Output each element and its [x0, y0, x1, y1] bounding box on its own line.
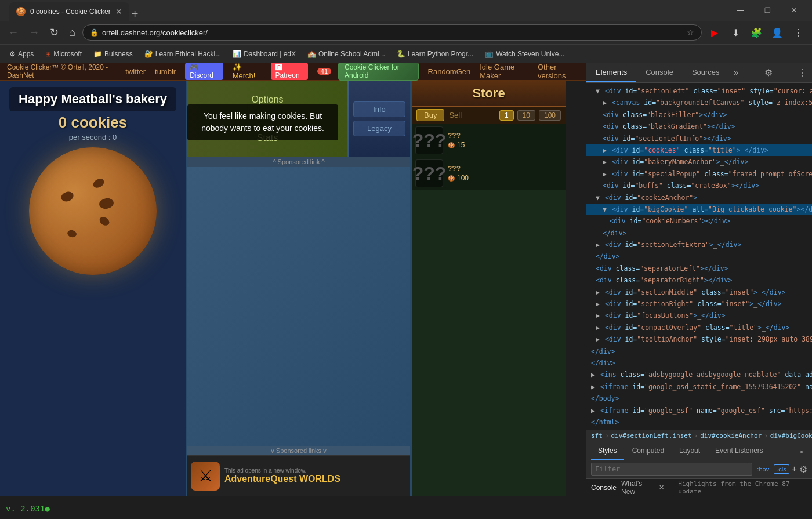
address-bar-icons: ☆ [687, 28, 694, 37]
expand-arrow-28[interactable] [591, 407, 595, 415]
styles-tab[interactable]: Styles [591, 442, 624, 460]
middle-panel: Options Stats You feel like making cooki… [186, 81, 412, 496]
profile-icon[interactable]: 👤 [768, 23, 786, 42]
tab-close-btn[interactable]: ✕ [115, 7, 122, 16]
add-style-icon[interactable]: + [792, 464, 797, 474]
expand-arrow-14[interactable] [596, 241, 600, 249]
version-text: v. 2.031 [6, 504, 45, 513]
idle-game-maker-link[interactable]: Idle Game Maker [480, 63, 528, 80]
address-bar[interactable]: 🔒 orteil.dashnet.org/cookieclicker/ ☆ [82, 24, 702, 41]
expand-arrow-26[interactable] [591, 383, 595, 391]
filter-input[interactable] [591, 463, 752, 476]
expand-arrow-7[interactable] [603, 158, 607, 166]
android-link[interactable]: Cookie Clicker for Android [338, 63, 419, 81]
event-listeners-tab[interactable]: Event Listeners [708, 442, 770, 460]
ad-banner[interactable]: ⚔ This ad opens in a new window. Adventu… [187, 455, 410, 496]
big-cookie-container[interactable] [29, 147, 157, 275]
breadcrumb-sep-2: › [694, 432, 698, 440]
bookmark-python[interactable]: 🐍 Learn Python Progr... [392, 49, 478, 59]
randomgen-link[interactable]: RandomGen [428, 67, 471, 76]
code-line-28: <iframe id="google_esf" name="google_esf… [586, 405, 812, 416]
devtools-console-tab[interactable]: Console [636, 63, 683, 82]
tumblr-link[interactable]: tumblr [155, 67, 176, 76]
download-icon[interactable]: ⬇ [726, 23, 745, 42]
console-tab-btn[interactable]: Console [591, 484, 617, 492]
menu-dots-icon[interactable]: ⋮ [789, 23, 807, 42]
left-panel: Happy Meatball's bakery 0 cookies per se… [0, 81, 186, 496]
devtools-three-dots[interactable]: ⋮ [793, 67, 812, 78]
minimize-button[interactable]: — [727, 0, 754, 21]
youtube-icon[interactable]: ▶ [705, 23, 724, 42]
home-button[interactable]: ⌂ [66, 24, 79, 41]
bottom-tab-icons: » [796, 446, 807, 457]
devtools-sources-tab[interactable]: Sources [683, 63, 729, 82]
store-item-1[interactable]: ??? ??? 🍪 15 [412, 124, 566, 157]
code-line-11-highlighted[interactable]: <div id="bigCookie" alt="Big clickable c… [586, 204, 812, 215]
expand-arrow-1[interactable] [596, 87, 600, 95]
breadcrumb-cookie-anchor[interactable]: div#cookieAnchor [700, 432, 762, 440]
whats-new-tab-btn[interactable]: What's New [621, 480, 654, 496]
close-button[interactable]: ✕ [781, 0, 807, 21]
store-buy-button[interactable]: Buy [416, 109, 444, 121]
style-settings-icon[interactable]: ⚙ [799, 464, 807, 475]
new-tab-button[interactable]: + [132, 8, 139, 21]
forward-button[interactable]: → [26, 24, 43, 41]
expand-arrow-18[interactable] [596, 288, 600, 296]
bookmark-apps[interactable]: ⚙ Apps [5, 49, 38, 59]
amount-10-button[interactable]: 10 [517, 110, 535, 121]
reload-button[interactable]: ↻ [46, 24, 62, 41]
devtools-settings-icon[interactable]: ⚙ [760, 67, 777, 78]
info-button[interactable]: Info [353, 101, 405, 117]
tab-favicon: 🍪 [16, 7, 26, 16]
bookmark-microsoft[interactable]: ⊞ Microsoft [41, 49, 86, 59]
sponsored-bottom-text: v Sponsored links v [187, 446, 410, 455]
devtools-more-tabs[interactable]: » [729, 67, 744, 78]
legacy-button[interactable]: Legacy [353, 121, 405, 136]
filter-class-btn[interactable]: .cls [774, 464, 789, 474]
expand-arrow-19[interactable] [596, 300, 600, 308]
bookmark-steven-universe[interactable]: 📺 Watch Steven Unive... [480, 49, 569, 59]
store-item-1-name: ??? [448, 132, 562, 140]
devtools-elements-tab[interactable]: Elements [586, 63, 636, 82]
computed-tab[interactable]: Computed [625, 442, 671, 460]
expand-arrow-11[interactable] [603, 205, 607, 213]
bookmark-edx[interactable]: 📊 Dashboard | edX [228, 49, 300, 59]
amount-100-button[interactable]: 100 [539, 110, 561, 121]
other-versions-link[interactable]: Other versions [538, 63, 579, 80]
amount-1-button[interactable]: 1 [499, 110, 514, 121]
layout-tab[interactable]: Layout [672, 442, 707, 460]
merch-link[interactable]: ✨ Merch! [233, 63, 262, 80]
expand-arrow-8[interactable] [603, 170, 607, 178]
expand-arrow-22[interactable] [596, 335, 600, 343]
store-item-1-price-val: 15 [457, 141, 465, 149]
bookmark-ethical-hacking[interactable]: 🔐 Learn Ethical Hacki... [140, 49, 226, 59]
more-tabs-icon[interactable]: » [796, 446, 807, 457]
expand-arrow-10[interactable] [596, 194, 600, 202]
devtools-panel: Elements Console Sources » ⚙ ⋮ <div id="… [586, 63, 812, 496]
expand-arrow-6[interactable] [603, 146, 607, 154]
close-console-icon[interactable]: ✕ [659, 484, 664, 491]
back-button[interactable]: ← [5, 24, 22, 41]
maximize-button[interactable]: ❐ [754, 0, 781, 21]
expand-arrow-25[interactable] [591, 371, 595, 379]
expand-arrow-20[interactable] [596, 311, 600, 320]
code-line-6-highlighted[interactable]: <div id="cookies" class="title">_</div> [586, 144, 812, 156]
extensions-puzzle-icon[interactable]: 🧩 [747, 23, 766, 42]
store-item-2[interactable]: ??? ??? 🍪 100 [412, 157, 566, 190]
patreon-link[interactable]: 🅿 Patreon [271, 63, 308, 80]
expand-arrow-2[interactable] [603, 99, 607, 107]
bookmark-star-icon[interactable]: ☆ [687, 28, 694, 37]
active-tab[interactable]: 🍪 0 cookies - Cookie Clicker ✕ [9, 2, 129, 21]
bookmark-buisness[interactable]: 📁 Buisness [89, 49, 137, 59]
twitter-link[interactable]: twitter [125, 67, 146, 76]
expand-arrow-21[interactable] [596, 324, 600, 332]
breadcrumb-sft[interactable]: sft [591, 432, 603, 440]
store-sell-button[interactable]: Sell [449, 111, 462, 119]
bookmark-online-school[interactable]: 🏫 Online School Admi... [303, 49, 390, 59]
discord-link[interactable]: 🎮 Discord [185, 63, 223, 80]
breadcrumb-section-left[interactable]: div#sectionLeft.inset [611, 432, 692, 440]
filter-hover-pseudo[interactable]: :hov [755, 465, 771, 473]
big-cookie[interactable] [29, 147, 157, 275]
breadcrumb-big-cookie[interactable]: div#bigCookie [770, 432, 812, 440]
devtools-code-view: <div id="sectionLeft" class="inset" styl… [586, 83, 812, 430]
